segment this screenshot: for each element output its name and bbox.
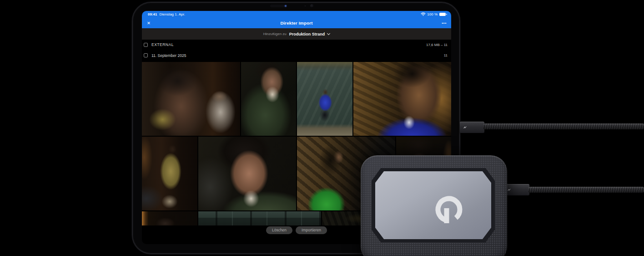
date-checkbox[interactable] xyxy=(144,53,148,57)
usb-c-cable-ipad xyxy=(483,123,644,129)
photo-thumbnail-4[interactable] xyxy=(353,62,451,136)
marketing-scene: 09:41 Dienstag 1. Apr. 100 % ✕ Direkter … xyxy=(0,0,644,256)
import-button[interactable]: Importieren xyxy=(296,226,327,234)
external-ssd-drive xyxy=(361,155,507,256)
photo-thumbnail-2[interactable] xyxy=(241,62,296,136)
usb-c-connector-ipad xyxy=(460,122,484,133)
list-section-date: 11. September 2025 11 xyxy=(142,50,451,61)
title-bar: ✕ Direkter Import ••• xyxy=(142,18,451,28)
usb-c-cable-drive xyxy=(528,187,644,193)
add-to-label: Hinzufügen zu xyxy=(263,32,287,36)
status-bar: 09:41 Dienstag 1. Apr. 100 % xyxy=(142,11,451,18)
section-detail: 17,6 MB – 11 xyxy=(426,43,448,47)
photo-thumbnail-5[interactable] xyxy=(142,137,197,210)
photo-thumbnail-3[interactable] xyxy=(297,62,352,136)
section-detail: 11 xyxy=(444,53,448,57)
sensor-ring xyxy=(310,4,313,7)
section-label: EXTERNAL xyxy=(151,42,174,47)
photo-thumbnail-9[interactable] xyxy=(142,211,197,225)
g-drive-logo-icon xyxy=(433,193,465,226)
status-date: Dienstag 1. Apr. xyxy=(159,12,185,16)
mic-dot xyxy=(305,5,306,6)
add-to-bar[interactable]: Hinzufügen zu Produktion Strand xyxy=(142,28,451,40)
front-camera-icon xyxy=(285,5,287,7)
camera-housing xyxy=(270,5,285,7)
usb-c-connector-drive xyxy=(504,184,529,195)
wifi-icon xyxy=(421,12,426,17)
photo-thumbnail-1[interactable] xyxy=(142,62,240,136)
connector-logo-icon xyxy=(463,126,468,129)
more-options-icon[interactable]: ••• xyxy=(442,19,447,27)
chevron-down-icon xyxy=(327,31,330,35)
ssd-metal-plate xyxy=(375,171,491,239)
delete-button[interactable]: Löschen xyxy=(266,226,292,234)
page-title: Direkter Import xyxy=(142,18,451,28)
list-section-external: EXTERNAL 17,6 MB – 11 xyxy=(142,40,451,50)
connector-logo-icon xyxy=(508,189,512,191)
section-label: 11. September 2025 xyxy=(151,53,186,58)
external-checkbox[interactable] xyxy=(144,43,148,47)
status-time: 09:41 xyxy=(148,12,157,16)
battery-percent: 100 % xyxy=(427,12,438,16)
add-to-album-value[interactable]: Produktion Strand xyxy=(289,32,325,36)
photo-thumbnail-10[interactable] xyxy=(198,211,321,225)
battery-icon xyxy=(439,13,446,16)
photo-thumbnail-6[interactable] xyxy=(198,137,296,210)
